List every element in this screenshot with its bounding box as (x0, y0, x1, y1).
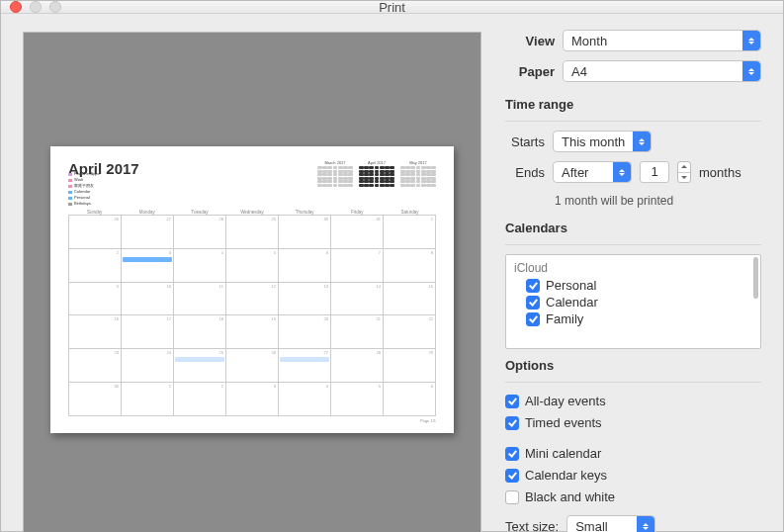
options-pane: View Month Paper A4 Time range Starts Th… (495, 14, 783, 532)
view-label: View (505, 34, 555, 48)
months-stepper[interactable] (677, 161, 691, 183)
checkbox[interactable] (505, 447, 519, 461)
checkbox[interactable] (505, 490, 519, 504)
preview-page: April 2017 Found in Apps Work 家庭于朋友 Cale… (50, 146, 454, 433)
mini-cal-option[interactable]: Mini calendar (505, 446, 761, 461)
ends-select[interactable]: After (553, 161, 632, 183)
calendar-group: iCloud (514, 261, 752, 275)
window-title: Print (1, 0, 783, 15)
time-range-label: Time range (505, 97, 761, 112)
checkbox[interactable] (526, 296, 540, 310)
mini-calendars: March 2017 April 2017 May 2017 (317, 160, 436, 187)
chevron-updown-icon (633, 132, 651, 151)
time-range-summary: 1 month will be printed (555, 194, 761, 208)
text-size-select[interactable]: Small (566, 515, 655, 532)
list-item[interactable]: Personal (526, 278, 752, 293)
cal-keys-option[interactable]: Calendar keys (505, 468, 761, 483)
divider (505, 244, 761, 245)
checkbox[interactable] (526, 312, 540, 326)
options-label: Options (505, 358, 761, 373)
checkbox[interactable] (505, 469, 519, 483)
calendars-listbox[interactable]: iCloud Personal Calendar Family (505, 254, 761, 349)
timed-option[interactable]: Timed events (505, 415, 761, 430)
months-unit: months (699, 165, 741, 180)
bw-option[interactable]: Black and white (505, 489, 761, 504)
preview-pane: April 2017 Found in Apps Work 家庭于朋友 Cale… (1, 14, 495, 532)
starts-label: Starts (505, 134, 545, 149)
calendar-grid: 2627282930311234567891011121314151617181… (68, 215, 436, 416)
paper-label: Paper (505, 64, 555, 79)
ends-label: Ends (505, 165, 545, 180)
starts-select[interactable]: This month (553, 131, 652, 152)
list-item[interactable]: Family (526, 311, 752, 326)
checkbox[interactable] (526, 279, 540, 293)
list-item[interactable]: Calendar (526, 295, 752, 310)
titlebar: Print (1, 1, 783, 14)
scrollbar[interactable] (753, 257, 758, 346)
chevron-updown-icon (637, 516, 654, 532)
chevron-updown-icon (742, 61, 760, 81)
checkbox[interactable] (505, 416, 519, 430)
page-footer: Page 1/1 (68, 418, 436, 423)
divider (505, 121, 761, 122)
months-count-field[interactable]: 1 (640, 161, 669, 183)
checkbox[interactable] (505, 395, 519, 408)
calendars-label: Calendars (505, 221, 761, 235)
chevron-updown-icon (613, 162, 631, 182)
preview-frame: April 2017 Found in Apps Work 家庭于朋友 Cale… (23, 32, 481, 532)
chevron-updown-icon (742, 31, 760, 50)
divider (505, 382, 761, 383)
dialog-body: April 2017 Found in Apps Work 家庭于朋友 Cale… (1, 14, 783, 532)
view-select[interactable]: Month (563, 30, 761, 51)
text-size-label: Text size: (505, 519, 559, 533)
allday-option[interactable]: All-day events (505, 394, 761, 408)
paper-select[interactable]: A4 (563, 60, 761, 82)
print-dialog: Print April 2017 Found in Apps Work 家庭于朋… (0, 0, 784, 532)
